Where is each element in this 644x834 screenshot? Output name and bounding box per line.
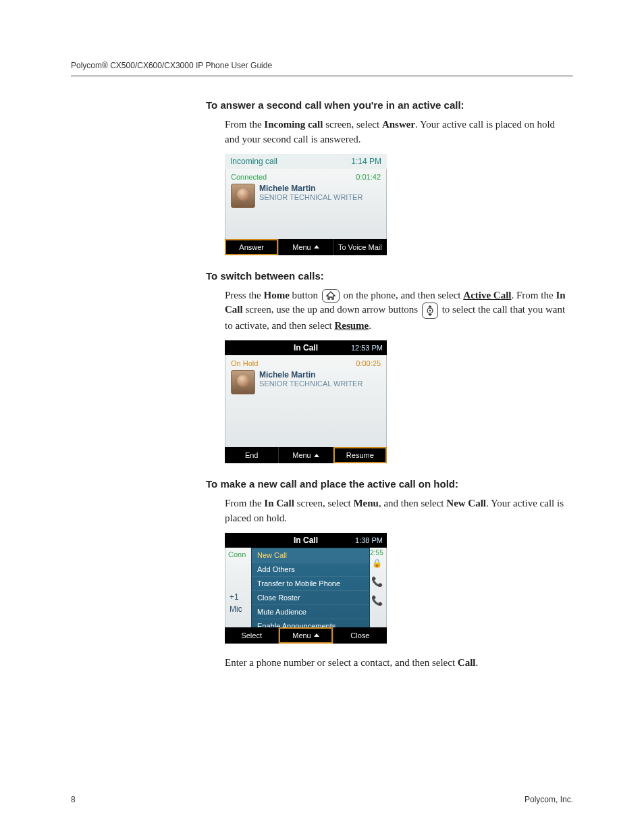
- status-row: Connected 0:01:42: [231, 173, 381, 181]
- softkey-bar: End Menu Resume: [225, 447, 387, 463]
- menu-item-mute-audience[interactable]: Mute Audience: [252, 605, 369, 619]
- phone-body: On Hold 0:00:25 Michele Martin SENIOR TE…: [225, 355, 387, 447]
- menu-popup: New Call Add Others Transfer to Mobile P…: [251, 548, 370, 627]
- phone-header: In Call 1:38 PM: [225, 533, 387, 548]
- status-timer-clipped: 2:55: [370, 549, 383, 556]
- text-bold: Menu: [353, 498, 379, 509]
- participant-count: +1: [230, 592, 239, 602]
- softkey-menu[interactable]: Menu: [279, 239, 333, 255]
- text: , and then select: [379, 498, 446, 509]
- phone-header-title: Incoming call: [230, 157, 277, 166]
- text-bold: Incoming call: [264, 119, 323, 130]
- phone-header-title: In Call: [294, 536, 318, 545]
- text: Press the: [225, 290, 264, 301]
- phone-header-time: 1:38 PM: [355, 536, 383, 544]
- avatar: [231, 370, 255, 394]
- menu-item-transfer-to-mobile[interactable]: Transfer to Mobile Phone: [252, 577, 369, 591]
- contact-card: Michele Martin SENIOR TECHNICAL WRITER: [231, 184, 381, 208]
- phone-header-time: 12:53 PM: [351, 344, 383, 352]
- contact-name: Michele Martin: [259, 370, 363, 380]
- content-column: To answer a second call when you're in a…: [206, 99, 570, 670]
- menu-item-new-call[interactable]: New Call: [252, 548, 369, 563]
- text: Enter a phone number or select a contact…: [225, 657, 458, 668]
- menu-item-add-others[interactable]: Add Others: [252, 563, 369, 577]
- menu-item-enable-announcements[interactable]: Enable Announcements: [252, 619, 369, 627]
- softkey-answer[interactable]: Answer: [225, 239, 279, 255]
- text: button: [290, 290, 321, 301]
- para-new-call-2: Enter a phone number or select a contact…: [206, 656, 570, 671]
- footer-brand: Polycom, Inc.: [525, 795, 573, 804]
- mic-label-clipped: Mic: [230, 604, 242, 614]
- softkey-end[interactable]: End: [225, 447, 279, 463]
- text-bold-underline: Resume: [334, 320, 369, 331]
- document-page: Polycom® CX500/CX600/CX3000 IP Phone Use…: [0, 0, 644, 834]
- text-bold: Home: [264, 290, 290, 301]
- text: screen, select: [294, 498, 353, 509]
- text: From the: [225, 498, 264, 509]
- contact-text: Michele Martin SENIOR TECHNICAL WRITER: [259, 184, 363, 201]
- heading-switch-between-calls: To switch between calls:: [206, 270, 570, 282]
- dpad-icon: [422, 303, 438, 319]
- text: on the phone, and then select: [341, 290, 464, 301]
- softkey-close[interactable]: Close: [333, 627, 387, 644]
- softkey-menu[interactable]: Menu: [279, 627, 333, 644]
- contact-text: Michele Martin SENIOR TECHNICAL WRITER: [259, 370, 363, 388]
- svg-marker-3: [428, 314, 432, 316]
- text: screen, use the up and down arrow button…: [243, 305, 421, 315]
- handset-icon: 📞: [370, 596, 383, 605]
- phone-incoming-call: Incoming call 1:14 PM Connected 0:01:42 …: [225, 154, 387, 255]
- heading-answer-second-call: To answer a second call when you're in a…: [206, 99, 570, 111]
- phone-header-time: 1:14 PM: [351, 157, 381, 166]
- status-on-hold: On Hold: [231, 359, 258, 367]
- text-bold-underline: Active Call: [463, 290, 511, 301]
- phone-header: Incoming call 1:14 PM: [225, 154, 387, 169]
- home-icon: [322, 289, 340, 303]
- softkey-bar: Select Menu Close: [225, 627, 387, 644]
- lock-icon: 🔒: [370, 559, 383, 567]
- softkey-menu-label: Menu: [292, 243, 311, 251]
- status-connected: Connected: [231, 173, 267, 181]
- softkey-menu-label: Menu: [292, 451, 311, 459]
- para-switch-line1: Press the Home button on the phone, and …: [206, 288, 570, 334]
- menu-item-close-roster[interactable]: Close Roster: [252, 591, 369, 605]
- softkey-menu-label: Menu: [292, 631, 311, 640]
- para-new-call-1: From the In Call screen, select Menu, an…: [206, 496, 570, 526]
- text-bold: Answer: [382, 119, 415, 130]
- phone-header-title: In Call: [294, 343, 318, 353]
- contact-title: SENIOR TECHNICAL WRITER: [259, 380, 363, 388]
- text: .: [476, 657, 479, 668]
- text: From the: [225, 119, 264, 130]
- text: screen, select: [323, 119, 381, 130]
- phone-in-call-hold: In Call 12:53 PM On Hold 0:00:25 Michele…: [225, 340, 387, 463]
- contact-name: Michele Martin: [259, 184, 363, 193]
- softkey-select[interactable]: Select: [225, 627, 279, 644]
- page-footer: 8 Polycom, Inc.: [71, 795, 573, 804]
- status-row: On Hold 0:00:25: [231, 359, 381, 367]
- page-number: 8: [71, 795, 76, 804]
- phone-body: Connected 0:01:42 Michele Martin SENIOR …: [225, 169, 387, 239]
- text: .: [512, 290, 514, 301]
- avatar: [231, 184, 255, 208]
- phone-header: In Call 12:53 PM: [225, 340, 387, 355]
- contact-card: Michele Martin SENIOR TECHNICAL WRITER: [231, 370, 381, 394]
- svg-marker-0: [428, 305, 432, 307]
- phone-body: Conn +1 Mic New Call Add Others Transfer…: [225, 548, 387, 627]
- text: .: [369, 320, 371, 331]
- softkey-bar: Answer Menu To Voice Mail: [225, 239, 387, 255]
- running-head: Polycom® CX500/CX600/CX3000 IP Phone Use…: [71, 61, 573, 76]
- para-answer-second-call: From the Incoming call screen, select An…: [206, 118, 570, 147]
- text-bold: In Call: [264, 498, 294, 509]
- status-connected-clipped: Conn: [228, 550, 254, 558]
- softkey-resume[interactable]: Resume: [333, 447, 387, 463]
- heading-new-call-hold: To make a new call and place the active …: [206, 478, 570, 490]
- status-timer: 0:00:25: [356, 359, 381, 367]
- softkey-menu[interactable]: Menu: [279, 447, 333, 463]
- text: From the: [516, 290, 556, 301]
- contact-title: SENIOR TECHNICAL WRITER: [259, 193, 363, 201]
- softkey-to-voicemail[interactable]: To Voice Mail: [333, 239, 387, 255]
- text-bold: Call: [458, 657, 476, 668]
- handset-icon: 📞: [370, 577, 383, 586]
- phone-right-column: 2:55 🔒 📞 📞: [370, 549, 383, 605]
- svg-point-2: [429, 310, 431, 312]
- text-bold: New Call: [446, 498, 486, 509]
